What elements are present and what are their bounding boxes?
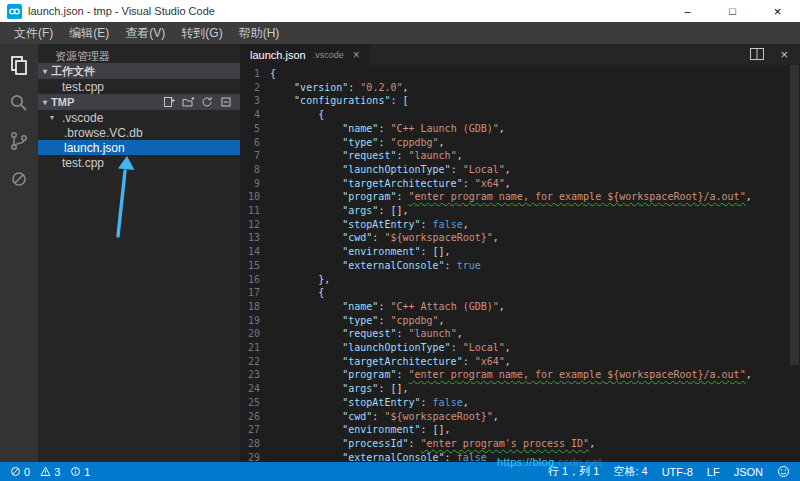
working-files-label: 工作文件 [51, 64, 95, 79]
code-line[interactable]: 7 "request": "launch", [240, 149, 800, 163]
code-line[interactable]: 23 "program": "enter program name, for e… [240, 368, 800, 382]
status-eol[interactable]: LF [707, 466, 720, 478]
feedback-smiley-icon[interactable] [777, 465, 790, 478]
code-text: "targetArchitecture": "x64", [270, 355, 511, 369]
code-line[interactable]: 26 "cwd": "${workspaceRoot}", [240, 410, 800, 424]
code-area[interactable]: 1{2 "version": "0.2.0",3 "configurations… [240, 65, 800, 462]
split-editor-icon[interactable] [750, 46, 764, 64]
code-line[interactable]: 4 { [240, 108, 800, 122]
code-line[interactable]: 6 "type": "cppdbg", [240, 136, 800, 150]
line-number: 19 [240, 314, 270, 328]
working-file-test-cpp[interactable]: test.cpp [38, 79, 240, 94]
new-file-icon[interactable] [163, 96, 175, 108]
close-tab-icon[interactable]: × [353, 48, 360, 62]
title-bar: launch.json - tmp - Visual Studio Code –… [0, 0, 800, 22]
code-line[interactable]: 12 "stopAtEntry": false, [240, 218, 800, 232]
code-line[interactable]: 13 "cwd": "${workspaceRoot}", [240, 231, 800, 245]
code-line[interactable]: 25 "stopAtEntry": false, [240, 396, 800, 410]
tree-item-launch-json[interactable]: launch.json [38, 140, 240, 155]
code-text: "request": "launch", [270, 149, 463, 163]
status-errors[interactable]: 0 [10, 466, 30, 478]
folder-section-header[interactable]: ▾ TMP [38, 94, 240, 110]
menu-bar: 文件(F)编辑(E)查看(V)转到(G)帮助(H) [0, 22, 800, 44]
code-line[interactable]: 9 "targetArchitecture": "x64", [240, 177, 800, 191]
refresh-icon[interactable] [201, 96, 213, 108]
window-controls: – □ × [665, 0, 800, 22]
working-files-header[interactable]: ▾ 工作文件 [38, 63, 240, 79]
code-text: "processId": "enter program's process ID… [270, 437, 595, 451]
tree-item-label: .browse.VC.db [64, 126, 143, 140]
code-line[interactable]: 11 "args": [], [240, 204, 800, 218]
code-line[interactable]: 24 "args": [], [240, 382, 800, 396]
working-files-list: test.cpp [38, 79, 240, 94]
code-text: "name": "C++ Attach (GDB)", [270, 300, 505, 314]
tree-item-label: .vscode [62, 111, 103, 125]
code-line[interactable]: 28 "processId": "enter program's process… [240, 437, 800, 451]
debug-icon[interactable] [0, 160, 38, 198]
line-number: 18 [240, 300, 270, 314]
status-indentation[interactable]: 空格: 4 [613, 464, 647, 479]
menu-file[interactable]: 文件(F) [6, 25, 61, 42]
line-number: 29 [240, 451, 270, 462]
line-number: 25 [240, 396, 270, 410]
minimize-button[interactable]: – [665, 0, 710, 22]
new-folder-icon[interactable] [182, 96, 194, 108]
status-language[interactable]: JSON [734, 466, 763, 478]
code-line[interactable]: 18 "name": "C++ Attach (GDB)", [240, 300, 800, 314]
code-line[interactable]: 3 "configurations": [ [240, 94, 800, 108]
code-line[interactable]: 27 "environment": [], [240, 423, 800, 437]
error-icon [10, 466, 21, 477]
chevron-down-icon: ▾ [43, 98, 47, 107]
code-line[interactable]: 16 }, [240, 273, 800, 287]
git-icon[interactable] [0, 122, 38, 160]
status-infos[interactable]: 1 [70, 466, 90, 478]
line-number: 4 [240, 108, 270, 122]
maximize-button[interactable]: □ [710, 0, 755, 22]
code-line[interactable]: 10 "program": "enter program name, for e… [240, 190, 800, 204]
code-text: "launchOptionType": "Local", [270, 341, 511, 355]
code-text: "type": "cppdbg", [270, 136, 445, 150]
code-line[interactable]: 2 "version": "0.2.0", [240, 81, 800, 95]
line-number: 7 [240, 149, 270, 163]
code-text: { [270, 286, 324, 300]
code-line[interactable]: 20 "request": "launch", [240, 327, 800, 341]
code-line[interactable]: 5 "name": "C++ Launch (GDB)", [240, 122, 800, 136]
status-encoding[interactable]: UTF-8 [662, 466, 693, 478]
status-warnings[interactable]: 3 [40, 466, 60, 478]
code-line[interactable]: 17 { [240, 286, 800, 300]
editor-scrollbar[interactable] [790, 65, 799, 365]
search-icon[interactable] [0, 84, 38, 122]
collapse-all-icon[interactable] [220, 96, 232, 108]
line-number: 3 [240, 94, 270, 108]
tree-item--vscode[interactable]: ▾.vscode [38, 110, 240, 125]
menu-go[interactable]: 转到(G) [173, 25, 230, 42]
code-line[interactable]: 15 "externalConsole": true [240, 259, 800, 273]
code-text: "stopAtEntry": false, [270, 218, 469, 232]
warning-count: 3 [54, 466, 60, 478]
code-text: "program": "enter program name, for exam… [270, 368, 752, 382]
sidebar: 资源管理器 ▾ 工作文件 test.cpp ▾ TMP [38, 44, 240, 462]
tree-item--browse-VC-db[interactable]: .browse.VC.db [38, 125, 240, 140]
code-text: { [270, 67, 276, 81]
file-label: test.cpp [62, 80, 104, 94]
code-line[interactable]: 1{ [240, 67, 800, 81]
code-text: "stopAtEntry": false, [270, 396, 469, 410]
menu-edit[interactable]: 编辑(E) [61, 25, 117, 42]
folder-tree: ▾.vscode.browse.VC.dblaunch.jsontest.cpp [38, 110, 240, 170]
menu-help[interactable]: 帮助(H) [231, 25, 288, 42]
tab-launch-json[interactable]: launch.json .vscode × [240, 44, 370, 65]
code-line[interactable]: 22 "targetArchitecture": "x64", [240, 355, 800, 369]
tree-item-test-cpp[interactable]: test.cpp [38, 155, 240, 170]
tree-item-label: test.cpp [62, 156, 104, 170]
code-line[interactable]: 8 "launchOptionType": "Local", [240, 163, 800, 177]
code-line[interactable]: 14 "environment": [], [240, 245, 800, 259]
line-number: 20 [240, 327, 270, 341]
line-number: 2 [240, 81, 270, 95]
tree-item-label: launch.json [64, 141, 125, 155]
code-line[interactable]: 19 "type": "cppdbg", [240, 314, 800, 328]
explorer-icon[interactable] [0, 46, 38, 84]
close-editor-icon[interactable]: × [780, 47, 788, 62]
menu-view[interactable]: 查看(V) [117, 25, 173, 42]
code-line[interactable]: 21 "launchOptionType": "Local", [240, 341, 800, 355]
close-button[interactable]: × [755, 0, 800, 22]
